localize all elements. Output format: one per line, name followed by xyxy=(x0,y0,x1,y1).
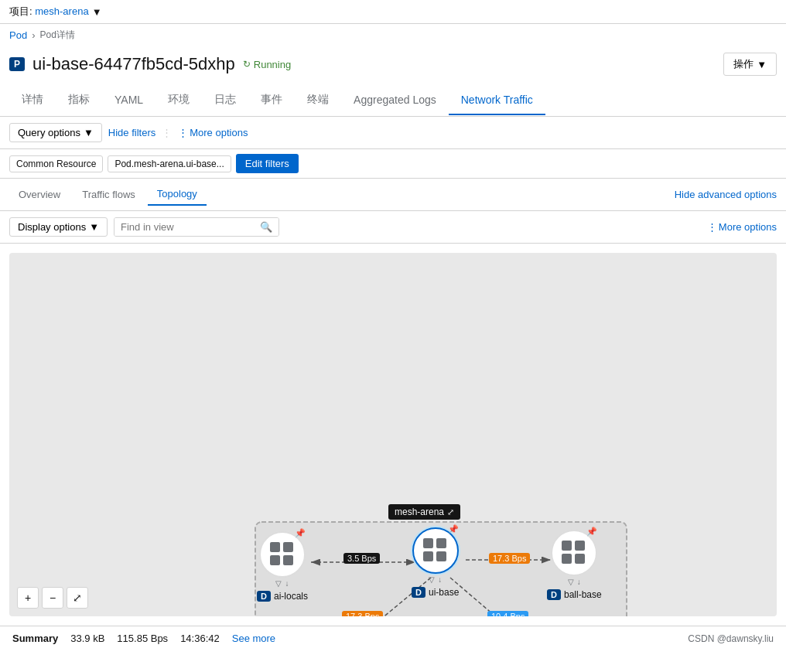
status-icon: ↻ xyxy=(243,59,251,70)
arrow-icon-ui-base: ↓ xyxy=(438,575,442,584)
summary-time: 14:36:42 xyxy=(180,633,220,644)
actions-dropdown-arrow: ▼ xyxy=(757,59,767,70)
pin-icon-ball-base: 📌 xyxy=(586,527,597,537)
toolbar: Display options ▼ 🔍 ⋮ More options xyxy=(0,211,786,244)
more-options-right-label: More options xyxy=(719,221,777,233)
breadcrumb-pod-link[interactable]: Pod xyxy=(9,29,27,41)
zoom-controls: + − ⤢ xyxy=(17,587,88,609)
search-icon[interactable]: 🔍 xyxy=(254,218,279,236)
hide-filters-button[interactable]: Hide filters xyxy=(108,127,155,138)
summary-left: Summary 33.9 kB 115.85 Bps 14:36:42 See … xyxy=(12,633,275,644)
more-options-dots-right: ⋮ xyxy=(707,221,717,233)
tab-terminal[interactable]: 终端 xyxy=(295,85,341,116)
breadcrumb: Pod › Pod详情 xyxy=(0,24,786,46)
common-resource-chip: Common Resource xyxy=(9,155,103,172)
sub-tab-traffic-flows[interactable]: Traffic flows xyxy=(73,183,145,206)
edge-label-ui-base-ball-base: 17.3 Bps xyxy=(489,553,530,564)
more-options-dots: ⋮ xyxy=(178,127,188,138)
find-in-view-container: 🔍 xyxy=(114,217,279,237)
arrow-icon-ai-locals: ↓ xyxy=(285,579,289,588)
topology-canvas: mesh-arena ⤢ openshift-dns ⤢ 3.5 Bps 17.… xyxy=(9,253,777,616)
display-options-label: Display options xyxy=(18,221,86,233)
edge-label-ui-base-stadium-base: 10.4 Bps xyxy=(487,611,528,616)
summary-rate: 115.85 Bps xyxy=(117,633,168,644)
node-filter-icons-ai-locals: ▽ ↓ xyxy=(275,579,289,588)
actions-button[interactable]: 操作 ▼ xyxy=(723,53,777,76)
more-options-filter-button[interactable]: ⋮ More options xyxy=(178,127,248,138)
tab-aggregated-logs[interactable]: Aggregated Logs xyxy=(341,86,449,115)
breadcrumb-current: Pod详情 xyxy=(39,29,74,42)
breadcrumb-separator: › xyxy=(32,29,35,41)
nav-tabs: 详情 指标 YAML 环境 日志 事件 终端 Aggregated Logs N… xyxy=(0,85,786,117)
badge-ui-base: D xyxy=(412,587,425,598)
edge-label-ai-locals-ui-base: 3.5 Bps xyxy=(343,553,380,564)
node-filter-icons-ui-base: ▽ ↓ xyxy=(429,575,442,584)
project-name[interactable]: mesh-arena xyxy=(35,5,88,17)
badge-ai-locals: D xyxy=(257,591,271,602)
node-ui-base[interactable]: 📌 ▽ ↓ D ui-base xyxy=(412,527,459,598)
toolbar-left: Display options ▼ 🔍 xyxy=(9,217,279,237)
node-label-ball-base: D ball-base xyxy=(547,589,602,600)
project-dropdown-arrow[interactable]: ▼ xyxy=(92,6,102,18)
status-text: Running xyxy=(254,59,291,70)
page-title: ui-base-64477fb5cd-5dxhp xyxy=(32,54,235,74)
node-filter-icons-ball-base: ▽ ↓ xyxy=(568,578,581,586)
tab-events[interactable]: 事件 xyxy=(248,85,295,116)
node-label-ai-locals: D ai-locals xyxy=(257,591,308,602)
pod-badge: P xyxy=(9,57,25,71)
arrow-icon-ball-base: ↓ xyxy=(577,578,581,586)
pin-icon-ai-locals: 📌 xyxy=(295,528,306,538)
tab-logs[interactable]: 日志 xyxy=(202,85,248,116)
sub-tabs: Overview Traffic flows Topology Hide adv… xyxy=(0,179,786,211)
node-ball-base[interactable]: 📌 ▽ ↓ D ball-base xyxy=(547,530,602,600)
project-label: 项目: mesh-arena xyxy=(9,5,89,19)
topology-svg xyxy=(9,253,777,616)
display-options-button[interactable]: Display options ▼ xyxy=(9,217,108,237)
name-ball-base: ball-base xyxy=(564,589,602,600)
display-options-arrow: ▼ xyxy=(89,221,99,233)
zoom-out-button[interactable]: − xyxy=(42,587,63,609)
node-ai-locals[interactable]: 📌 ▽ ↓ D ai-locals xyxy=(257,531,308,602)
pod-filter-chip: Pod.mesh-arena.ui-base... xyxy=(108,155,231,172)
cluster-icon-ball-base xyxy=(562,541,586,565)
sub-tab-topology[interactable]: Topology xyxy=(148,183,207,206)
tab-details[interactable]: 详情 xyxy=(9,85,56,116)
tab-metrics[interactable]: 指标 xyxy=(56,85,102,116)
find-in-view-input[interactable] xyxy=(114,218,254,236)
project-prefix: 项目: xyxy=(9,5,32,17)
top-bar: 项目: mesh-arena ▼ xyxy=(0,0,786,24)
zoom-in-button[interactable]: + xyxy=(17,587,39,609)
node-circle-ball-base: 📌 xyxy=(551,530,597,576)
hide-advanced-options-button[interactable]: Hide advanced options xyxy=(675,189,777,200)
sub-tab-overview[interactable]: Overview xyxy=(9,183,70,206)
node-circle-ui-base: 📌 xyxy=(412,527,459,574)
filter-icon-ai-locals: ▽ xyxy=(275,579,282,588)
query-options-arrow: ▼ xyxy=(84,127,94,138)
page-header-left: P ui-base-64477fb5cd-5dxhp ↻ Running xyxy=(9,54,291,74)
pin-icon-ui-base: 📌 xyxy=(448,524,459,534)
mesh-arena-label-text: mesh-arena xyxy=(395,507,444,517)
see-more-button[interactable]: See more xyxy=(232,633,275,644)
more-options-topology-button[interactable]: ⋮ More options xyxy=(707,221,777,233)
fit-to-screen-button[interactable]: ⤢ xyxy=(67,587,88,609)
cluster-icon-ai-locals xyxy=(270,542,295,567)
filter-icon-ui-base: ▽ xyxy=(429,575,435,584)
filter-chips: Common Resource Pod.mesh-arena.ui-base..… xyxy=(0,149,786,179)
tab-environment[interactable]: 环境 xyxy=(155,85,202,116)
filter-bar: Query options ▼ Hide filters ⋮ ⋮ More op… xyxy=(0,117,786,149)
mesh-arena-group-label: mesh-arena ⤢ xyxy=(388,504,460,520)
edit-filters-button[interactable]: Edit filters xyxy=(236,154,299,173)
sub-tabs-left: Overview Traffic flows Topology xyxy=(9,183,207,206)
actions-label: 操作 xyxy=(733,57,754,71)
cluster-icon-ui-base xyxy=(423,538,448,563)
query-options-button[interactable]: Query options ▼ xyxy=(9,123,102,142)
tab-yaml[interactable]: YAML xyxy=(102,86,155,115)
filter-icon-ball-base: ▽ xyxy=(568,578,574,586)
mesh-arena-expand-icon[interactable]: ⤢ xyxy=(447,507,454,517)
node-circle-ai-locals: 📌 xyxy=(259,531,306,578)
tab-network-traffic[interactable]: Network Traffic xyxy=(449,86,545,115)
edge-label-ui-base-ai-visitors: 17.3 Bps xyxy=(342,611,383,616)
status-badge: ↻ Running xyxy=(243,59,291,70)
node-label-ui-base: D ui-base xyxy=(412,587,459,598)
badge-ball-base: D xyxy=(547,589,561,600)
